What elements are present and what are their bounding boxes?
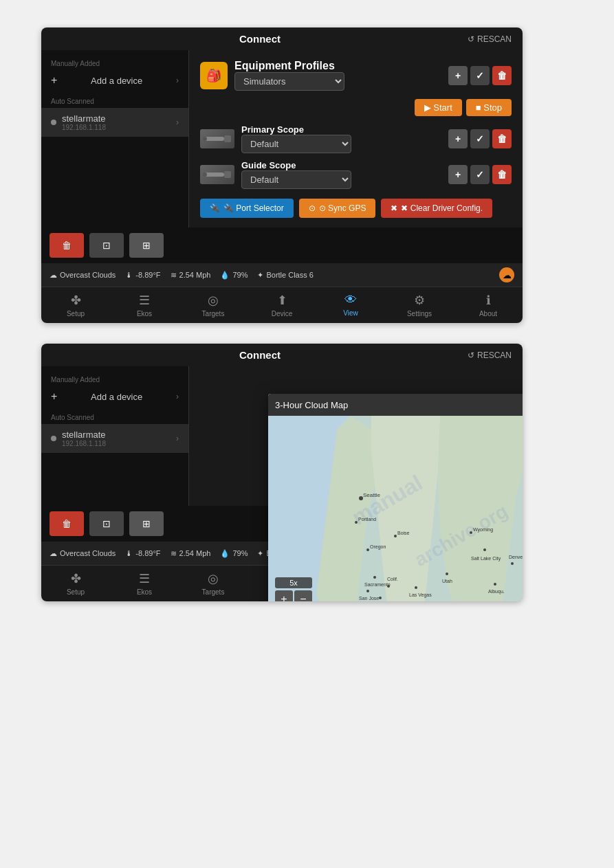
footer-copy-btn-2[interactable]: ⊡ [89,511,124,536]
map-zoom-controls: 5x + − [275,577,312,601]
svg-point-14 [394,535,397,537]
clear-driver-button[interactable]: ✖ ✖ Clear Driver Config. [381,199,492,218]
guide-scope-delete-btn[interactable]: 🗑 [492,165,512,184]
profile-delete-btn[interactable]: 🗑 [492,66,512,85]
svg-rect-4 [224,171,231,178]
wind-icon-2: ≋ [171,549,177,558]
cloud-orange-btn[interactable]: ☁ [499,267,514,282]
primary-scope-edit-btn[interactable]: ✓ [470,129,490,148]
svg-point-32 [494,583,496,586]
toolbar-setup[interactable]: ✤ Setup [41,287,110,323]
map-content: Seattle Portland Oregon Boise Wyoming Sa… [268,416,523,601]
primary-scope-dropdown[interactable]: Default [241,135,351,153]
svg-text:Sacramento: Sacramento [364,582,391,587]
primary-scope-add-btn[interactable]: + [448,129,468,148]
svg-text:Utah: Utah [442,579,452,583]
wind-status: ≋ 2.54 Mph [171,271,211,280]
guide-scope-title: Guide Scope [241,160,441,170]
sync-gps-button[interactable]: ⊙ ⊙ Sync GPS [299,199,376,218]
footer-export-btn-2[interactable]: ⊞ [129,511,164,536]
port-icon: 🔌 [210,203,220,213]
profile-info: Equipment Profiles Simulators [234,60,441,91]
about-icon: ℹ [486,293,491,308]
thermometer-icon-2: 🌡 [125,549,133,557]
svg-point-24 [379,597,382,599]
humidity-icon-2: 💧 [220,549,230,558]
primary-scope-delete-btn[interactable]: 🗑 [492,129,512,148]
device-name: stellarmate [62,113,176,124]
rescan-button-2[interactable]: ↺ RESCAN [468,350,512,360]
plus-icon: + [51,74,57,87]
app-header-2: Connect ↺ RESCAN [41,344,523,366]
toolbar-ekos[interactable]: ☰ Ekos [110,287,179,323]
profile-add-btn[interactable]: + [448,66,468,85]
screenshot-2: Connect ↺ RESCAN Manually Added + Add a … [41,344,523,601]
footer-delete-btn[interactable]: 🗑 [50,233,84,258]
start-stop-row: ▶ Start ■ Stop [200,99,512,116]
bottom-actions-1: 🔌 🔌 Port Selector ⊙ ⊙ Sync GPS ✖ ✖ Clear… [200,199,512,218]
toolbar-device[interactable]: ⬆ Device [248,287,316,323]
svg-text:Albuqu.: Albuqu. [488,589,505,594]
svg-point-34 [446,572,448,575]
footer-delete-btn-2[interactable]: 🗑 [50,511,84,536]
svg-rect-1 [224,135,231,142]
device-ip: 192.168.1.118 [62,124,176,131]
rescan-icon: ↺ [468,34,474,44]
stop-button[interactable]: ■ Stop [466,99,512,116]
humidity-status-2: 💧 79% [220,549,248,558]
star-icon-2: ✦ [257,549,263,558]
toolbar-setup-2[interactable]: ✤ Setup [41,566,110,601]
primary-scope-icon [200,129,234,148]
profile-dropdown[interactable]: Simulators [234,72,344,91]
device-icon: ⬆ [277,293,287,308]
primary-scope-info: Primary Scope Default [241,124,441,153]
cloud-map-popup: 3-Hour Cloud Map × [268,394,523,601]
guide-scope-add-btn[interactable]: + [448,165,468,184]
app-header-1: Connect ↺ RESCAN [41,27,523,50]
zoom-level-label: 5x [275,577,312,588]
start-button[interactable]: ▶ Start [415,99,462,116]
svg-text:Colif.: Colif. [387,577,398,581]
temperature-status-2: 🌡 -8.89°F [125,549,160,557]
toolbar-targets-2[interactable]: ◎ Targets [179,566,248,601]
zoom-in-button[interactable]: + [275,590,293,601]
toolbar-settings[interactable]: ⚙ Settings [385,287,454,323]
weather-status: ☁ Overcast Clouds [50,271,116,280]
settings-icon: ⚙ [414,293,425,308]
footer-export-btn[interactable]: ⊞ [129,233,164,258]
equipment-profiles-row: 🎒 Equipment Profiles Simulators + ✓ 🗑 [200,60,512,91]
toolbar-about[interactable]: ℹ About [454,287,523,323]
header-title-1: Connect [239,33,281,45]
toolbar-view[interactable]: 👁 View [316,287,385,323]
guide-scope-edit-btn[interactable]: ✓ [470,165,490,184]
add-device-item[interactable]: + Add a device › [41,70,188,91]
svg-point-2 [203,137,207,141]
svg-point-20 [373,576,376,579]
guide-scope-dropdown[interactable]: Default [241,170,351,189]
device-info-2: stellarmate 192.168.1.118 [62,430,176,447]
svg-point-28 [415,586,417,589]
wind-icon: ≋ [171,271,177,280]
port-selector-button[interactable]: 🔌 🔌 Port Selector [200,199,294,218]
primary-scope-row: Primary Scope Default + ✓ 🗑 [200,124,512,153]
toolbar-ekos-2[interactable]: ☰ Ekos [110,566,179,601]
targets-icon: ◎ [208,293,219,308]
view-icon: 👁 [344,293,357,307]
manually-added-label: Manually Added [41,57,188,70]
humidity-status: 💧 79% [220,271,248,280]
zoom-out-button[interactable]: − [294,590,312,601]
app-body-2: Manually Added + Add a device › Auto Sca… [41,366,523,506]
svg-point-5 [203,173,207,177]
main-content-2: ▶ Start ■ Stop + ✓ 🗑 + [189,366,523,506]
map-svg: Seattle Portland Oregon Boise Wyoming Sa… [268,416,523,601]
footer-copy-btn[interactable]: ⊡ [89,233,124,258]
sidebar-device-item[interactable]: stellarmate 192.168.1.118 › [41,108,188,137]
toolbar-targets[interactable]: ◎ Targets [179,287,248,323]
main-content-1: 🎒 Equipment Profiles Simulators + ✓ 🗑 [189,50,523,227]
svg-point-22 [366,590,369,592]
profile-edit-btn[interactable]: ✓ [470,66,490,85]
rescan-button-1[interactable]: ↺ RESCAN [468,34,512,44]
sidebar-device-item-2[interactable]: stellarmate 192.168.1.118 › [41,424,188,453]
add-device-item-2[interactable]: + Add a device › [41,386,188,407]
cloud-icon-2: ☁ [50,549,57,558]
